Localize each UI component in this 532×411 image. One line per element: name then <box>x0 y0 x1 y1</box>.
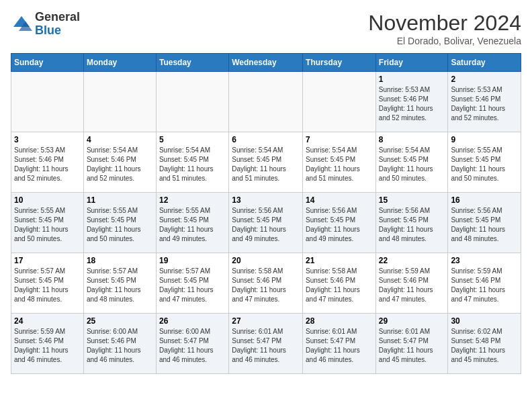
calendar-day-cell: 13Sunrise: 5:56 AM Sunset: 5:45 PM Dayli… <box>229 193 303 253</box>
day-number: 6 <box>232 135 300 144</box>
day-info: Sunrise: 5:57 AM Sunset: 5:45 PM Dayligh… <box>87 267 153 304</box>
page-header: General Blue November 2024 El Dorado, Bo… <box>11 11 521 46</box>
calendar-day-cell: 22Sunrise: 5:59 AM Sunset: 5:46 PM Dayli… <box>375 253 448 314</box>
day-number: 7 <box>306 135 373 144</box>
weekday-header-sunday: Sunday <box>11 54 84 72</box>
day-info: Sunrise: 5:53 AM Sunset: 5:46 PM Dayligh… <box>379 85 445 123</box>
calendar-week-row: 3Sunrise: 5:53 AM Sunset: 5:46 PM Daylig… <box>11 132 521 193</box>
calendar-table: SundayMondayTuesdayWednesdayThursdayFrid… <box>11 53 521 374</box>
calendar-day-cell <box>83 72 156 132</box>
calendar-day-cell: 9Sunrise: 5:55 AM Sunset: 5:45 PM Daylig… <box>448 132 521 193</box>
calendar-day-cell: 6Sunrise: 5:54 AM Sunset: 5:45 PM Daylig… <box>229 132 303 193</box>
calendar-day-cell: 5Sunrise: 5:54 AM Sunset: 5:45 PM Daylig… <box>156 132 228 193</box>
day-number: 12 <box>159 195 226 205</box>
day-number: 29 <box>379 316 445 326</box>
weekday-header-thursday: Thursday <box>303 54 376 72</box>
day-info: Sunrise: 5:53 AM Sunset: 5:46 PM Dayligh… <box>451 85 518 123</box>
day-number: 1 <box>379 75 445 84</box>
calendar-day-cell: 29Sunrise: 6:01 AM Sunset: 5:47 PM Dayli… <box>375 314 448 374</box>
day-number: 23 <box>451 256 518 265</box>
logo-icon <box>11 13 32 35</box>
calendar-week-row: 17Sunrise: 5:57 AM Sunset: 5:45 PM Dayli… <box>11 253 521 314</box>
weekday-header-tuesday: Tuesday <box>156 54 228 72</box>
logo: General Blue <box>11 11 80 38</box>
day-number: 15 <box>379 195 445 205</box>
day-info: Sunrise: 5:56 AM Sunset: 5:45 PM Dayligh… <box>232 206 300 244</box>
title-section: November 2024 El Dorado, Bolivar, Venezu… <box>368 11 521 46</box>
day-number: 5 <box>159 135 226 144</box>
weekday-header-monday: Monday <box>83 54 156 72</box>
day-number: 9 <box>451 135 518 144</box>
calendar-day-cell: 4Sunrise: 5:54 AM Sunset: 5:46 PM Daylig… <box>83 132 156 193</box>
day-info: Sunrise: 6:01 AM Sunset: 5:47 PM Dayligh… <box>306 327 373 365</box>
day-info: Sunrise: 6:01 AM Sunset: 5:47 PM Dayligh… <box>232 327 300 365</box>
month-year-title: November 2024 <box>368 11 521 36</box>
day-info: Sunrise: 5:59 AM Sunset: 5:46 PM Dayligh… <box>379 267 445 304</box>
day-info: Sunrise: 6:00 AM Sunset: 5:46 PM Dayligh… <box>87 327 153 365</box>
calendar-day-cell: 10Sunrise: 5:55 AM Sunset: 5:45 PM Dayli… <box>11 193 84 253</box>
calendar-day-cell <box>11 72 84 132</box>
day-number: 27 <box>232 316 300 326</box>
day-number: 16 <box>451 195 518 205</box>
calendar-week-row: 24Sunrise: 5:59 AM Sunset: 5:46 PM Dayli… <box>11 314 521 374</box>
day-info: Sunrise: 5:58 AM Sunset: 5:46 PM Dayligh… <box>232 267 300 304</box>
calendar-day-cell: 2Sunrise: 5:53 AM Sunset: 5:46 PM Daylig… <box>448 72 521 132</box>
calendar-day-cell: 28Sunrise: 6:01 AM Sunset: 5:47 PM Dayli… <box>303 314 376 374</box>
day-info: Sunrise: 5:59 AM Sunset: 5:46 PM Dayligh… <box>451 267 518 304</box>
day-number: 10 <box>14 195 81 205</box>
day-info: Sunrise: 5:57 AM Sunset: 5:45 PM Dayligh… <box>14 267 81 304</box>
day-info: Sunrise: 5:55 AM Sunset: 5:45 PM Dayligh… <box>87 206 153 244</box>
day-number: 28 <box>306 316 373 326</box>
day-number: 13 <box>232 195 300 205</box>
day-number: 8 <box>379 135 445 144</box>
day-info: Sunrise: 5:54 AM Sunset: 5:45 PM Dayligh… <box>159 146 226 183</box>
calendar-day-cell: 1Sunrise: 5:53 AM Sunset: 5:46 PM Daylig… <box>375 72 448 132</box>
weekday-header-row: SundayMondayTuesdayWednesdayThursdayFrid… <box>11 54 521 72</box>
calendar-day-cell: 19Sunrise: 5:57 AM Sunset: 5:45 PM Dayli… <box>156 253 228 314</box>
day-info: Sunrise: 5:56 AM Sunset: 5:45 PM Dayligh… <box>306 206 373 244</box>
day-number: 24 <box>14 316 81 326</box>
day-info: Sunrise: 5:54 AM Sunset: 5:45 PM Dayligh… <box>379 146 445 183</box>
day-info: Sunrise: 5:59 AM Sunset: 5:46 PM Dayligh… <box>14 327 81 365</box>
day-info: Sunrise: 5:56 AM Sunset: 5:45 PM Dayligh… <box>451 206 518 244</box>
calendar-day-cell <box>229 72 303 132</box>
weekday-header-friday: Friday <box>375 54 448 72</box>
calendar-day-cell: 21Sunrise: 5:58 AM Sunset: 5:46 PM Dayli… <box>303 253 376 314</box>
calendar-day-cell: 26Sunrise: 6:00 AM Sunset: 5:47 PM Dayli… <box>156 314 228 374</box>
location-text: El Dorado, Bolivar, Venezuela <box>368 36 521 46</box>
day-info: Sunrise: 5:57 AM Sunset: 5:45 PM Dayligh… <box>159 267 226 304</box>
day-info: Sunrise: 5:55 AM Sunset: 5:45 PM Dayligh… <box>14 206 81 244</box>
logo-general-text: General <box>35 11 80 24</box>
day-info: Sunrise: 5:58 AM Sunset: 5:46 PM Dayligh… <box>306 267 373 304</box>
day-number: 17 <box>14 256 81 265</box>
day-number: 11 <box>87 195 153 205</box>
calendar-day-cell: 8Sunrise: 5:54 AM Sunset: 5:45 PM Daylig… <box>375 132 448 193</box>
calendar-day-cell <box>303 72 376 132</box>
calendar-day-cell: 24Sunrise: 5:59 AM Sunset: 5:46 PM Dayli… <box>11 314 84 374</box>
calendar-week-row: 10Sunrise: 5:55 AM Sunset: 5:45 PM Dayli… <box>11 193 521 253</box>
calendar-day-cell: 15Sunrise: 5:56 AM Sunset: 5:45 PM Dayli… <box>375 193 448 253</box>
day-info: Sunrise: 5:53 AM Sunset: 5:46 PM Dayligh… <box>14 146 81 183</box>
calendar-day-cell: 25Sunrise: 6:00 AM Sunset: 5:46 PM Dayli… <box>83 314 156 374</box>
calendar-day-cell: 30Sunrise: 6:02 AM Sunset: 5:48 PM Dayli… <box>448 314 521 374</box>
weekday-header-saturday: Saturday <box>448 54 521 72</box>
calendar-day-cell: 3Sunrise: 5:53 AM Sunset: 5:46 PM Daylig… <box>11 132 84 193</box>
calendar-day-cell: 11Sunrise: 5:55 AM Sunset: 5:45 PM Dayli… <box>83 193 156 253</box>
day-number: 22 <box>379 256 445 265</box>
day-number: 14 <box>306 195 373 205</box>
day-number: 18 <box>87 256 153 265</box>
day-info: Sunrise: 6:01 AM Sunset: 5:47 PM Dayligh… <box>379 327 445 365</box>
calendar-day-cell: 27Sunrise: 6:01 AM Sunset: 5:47 PM Dayli… <box>229 314 303 374</box>
calendar-day-cell <box>156 72 228 132</box>
day-info: Sunrise: 6:00 AM Sunset: 5:47 PM Dayligh… <box>159 327 226 365</box>
day-number: 21 <box>306 256 373 265</box>
logo-blue-text: Blue <box>35 24 80 38</box>
day-info: Sunrise: 6:02 AM Sunset: 5:48 PM Dayligh… <box>451 327 518 365</box>
day-info: Sunrise: 5:54 AM Sunset: 5:45 PM Dayligh… <box>232 146 300 183</box>
calendar-day-cell: 23Sunrise: 5:59 AM Sunset: 5:46 PM Dayli… <box>448 253 521 314</box>
day-info: Sunrise: 5:55 AM Sunset: 5:45 PM Dayligh… <box>159 206 226 244</box>
calendar-day-cell: 14Sunrise: 5:56 AM Sunset: 5:45 PM Dayli… <box>303 193 376 253</box>
day-info: Sunrise: 5:56 AM Sunset: 5:45 PM Dayligh… <box>379 206 445 244</box>
calendar-day-cell: 20Sunrise: 5:58 AM Sunset: 5:46 PM Dayli… <box>229 253 303 314</box>
day-info: Sunrise: 5:54 AM Sunset: 5:45 PM Dayligh… <box>306 146 373 183</box>
